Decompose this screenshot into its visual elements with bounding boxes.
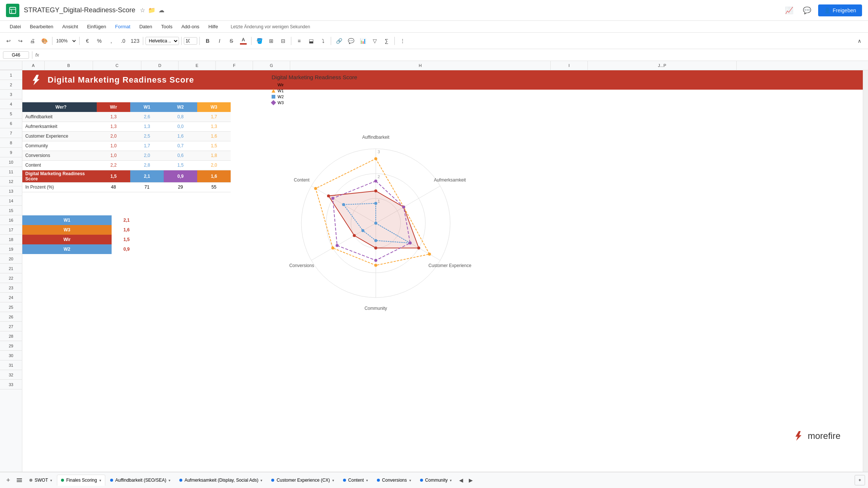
analytics-icon[interactable]: 📈 xyxy=(782,4,796,17)
row-num-32[interactable]: 32 xyxy=(0,370,22,380)
mini-table-row[interactable]: W2 0,9 xyxy=(22,244,141,254)
table-row[interactable]: Auffindbarkeit 1,3 2,6 0,8 1,7 xyxy=(22,112,231,122)
undo-button[interactable]: ↩ xyxy=(3,36,14,46)
row-num-4[interactable]: 4 xyxy=(0,99,22,109)
total-row[interactable]: Digital Marketing Readiness Score 1,5 2,… xyxy=(22,170,231,182)
table-row[interactable]: Customer Experience 2,0 2,5 1,6 1,6 xyxy=(22,131,231,141)
tab-scroll-left[interactable]: ◀ xyxy=(457,476,465,485)
valign-button[interactable]: ⬓ xyxy=(305,36,317,46)
menu-einfuegen[interactable]: Einfügen xyxy=(83,22,110,31)
row-num-16[interactable]: 16 xyxy=(0,215,22,225)
more-button[interactable]: ⋮ xyxy=(397,36,408,46)
redo-button[interactable]: ↪ xyxy=(15,36,26,46)
menu-tools[interactable]: Tools xyxy=(157,22,176,31)
row-num-11[interactable]: 11 xyxy=(0,167,22,177)
col-header-f[interactable]: F xyxy=(216,61,253,70)
row-num-15[interactable]: 15 xyxy=(0,206,22,215)
col-header-h[interactable]: H xyxy=(290,61,551,70)
row-num-10[interactable]: 10 xyxy=(0,157,22,167)
font-select[interactable]: Helvetica ... xyxy=(145,37,179,45)
row-num-1[interactable]: 1 xyxy=(0,70,22,80)
row-num-8[interactable]: 8 xyxy=(0,138,22,148)
row-num-2[interactable]: 2 xyxy=(0,80,22,90)
menu-addons[interactable]: Add-ons xyxy=(177,22,203,31)
col-header-i[interactable]: I xyxy=(551,61,588,70)
col-header-c[interactable]: C xyxy=(93,61,141,70)
bold-button[interactable]: B xyxy=(202,36,213,46)
col-header-g[interactable]: G xyxy=(253,61,290,70)
borders-button[interactable]: ⊞ xyxy=(266,36,277,46)
font-color-button[interactable]: A xyxy=(238,36,249,46)
row-num-31[interactable]: 31 xyxy=(0,360,22,370)
col-header-more[interactable]: J...P xyxy=(588,61,737,70)
tab-auffindbarkeit--seo-sea-[interactable]: Auffindbarkeit (SEO/SEA)▾ xyxy=(106,475,174,486)
row-num-21[interactable]: 21 xyxy=(0,264,22,273)
row-num-6[interactable]: 6 xyxy=(0,119,22,128)
filter-button[interactable]: ▽ xyxy=(369,36,380,46)
link-button[interactable]: 🔗 xyxy=(333,36,345,46)
row-num-13[interactable]: 13 xyxy=(0,186,22,196)
row-num-14[interactable]: 14 xyxy=(0,196,22,206)
collapse-button[interactable]: ∧ xyxy=(854,36,865,46)
print-button[interactable]: 🖨 xyxy=(27,36,38,46)
function-button[interactable]: ∑ xyxy=(381,36,392,46)
mini-table-row[interactable]: W1 2,1 xyxy=(22,215,141,225)
table-row[interactable]: Content 2,2 2,8 1,5 2,0 xyxy=(22,160,231,170)
add-sheet-button[interactable]: + xyxy=(3,475,13,485)
decimal-inc-button[interactable]: 123 xyxy=(129,36,141,46)
italic-button[interactable]: I xyxy=(214,36,225,46)
tab-customer-experience--cx-[interactable]: Customer Experience (CX)▾ xyxy=(267,475,338,486)
row-num-24[interactable]: 24 xyxy=(0,293,22,302)
row-num-29[interactable]: 29 xyxy=(0,341,22,351)
tab-scroll-right[interactable]: ▶ xyxy=(466,476,475,485)
align-left-button[interactable]: ≡ xyxy=(294,36,305,46)
row-num-28[interactable]: 28 xyxy=(0,331,22,341)
row-num-30[interactable]: 30 xyxy=(0,351,22,360)
sheet-list-button[interactable] xyxy=(14,475,25,485)
row-num-27[interactable]: 27 xyxy=(0,322,22,331)
comment-button[interactable]: 💬 xyxy=(345,36,356,46)
formula-input[interactable] xyxy=(42,52,865,58)
mini-table-row[interactable]: W3 1,6 xyxy=(22,225,141,235)
table-row[interactable]: Aufmerksamkeit 1,3 1,3 0,0 1,3 xyxy=(22,122,231,131)
row-num-5[interactable]: 5 xyxy=(0,109,22,119)
row-num-23[interactable]: 23 xyxy=(0,283,22,293)
row-num-3[interactable]: 3 xyxy=(0,90,22,99)
menu-ansicht[interactable]: Ansicht xyxy=(58,22,82,31)
row-num-17[interactable]: 17 xyxy=(0,225,22,235)
font-size-input[interactable] xyxy=(184,37,197,45)
col-header-d[interactable]: D xyxy=(141,61,179,70)
row-num-22[interactable]: 22 xyxy=(0,273,22,283)
table-row[interactable]: Conversions 1,0 2,0 0,6 1,8 xyxy=(22,151,231,160)
menu-daten[interactable]: Daten xyxy=(135,22,156,31)
currency-button[interactable]: € xyxy=(82,36,93,46)
tab-aufmerksamkeit--display--social-ads-[interactable]: Aufmerksamkeit (Display, Social Ads)▾ xyxy=(175,475,267,486)
menu-hilfe[interactable]: Hilfe xyxy=(205,22,222,31)
tab-community[interactable]: Community▾ xyxy=(416,475,456,486)
row-num-7[interactable]: 7 xyxy=(0,128,22,138)
cloud-icon[interactable]: ☁ xyxy=(158,7,164,14)
percent-button[interactable]: % xyxy=(94,36,105,46)
zoom-select[interactable]: 100% xyxy=(55,38,77,44)
tab-finales-scoring[interactable]: Finales Scoring▾ xyxy=(57,475,105,486)
row-num-19[interactable]: 19 xyxy=(0,244,22,254)
row-num-25[interactable]: 25 xyxy=(0,302,22,312)
chart-button[interactable]: 📊 xyxy=(357,36,368,46)
col-header-b[interactable]: B xyxy=(45,61,93,70)
paint-format-button[interactable]: 🎨 xyxy=(39,36,50,46)
share-button[interactable]: 👤 Freigeben xyxy=(818,4,862,16)
tab-content[interactable]: Content▾ xyxy=(339,475,372,486)
menu-datei[interactable]: Datei xyxy=(6,22,25,31)
comma-button[interactable]: , xyxy=(106,36,117,46)
mini-table-row[interactable]: Wir 1,5 xyxy=(22,235,141,244)
menu-bearbeiten[interactable]: Bearbeiten xyxy=(26,22,57,31)
row-num-9[interactable]: 9 xyxy=(0,148,22,157)
col-header-a[interactable]: A xyxy=(22,61,45,70)
row-num-26[interactable]: 26 xyxy=(0,312,22,322)
merge-button[interactable]: ⊟ xyxy=(278,36,289,46)
row-num-18[interactable]: 18 xyxy=(0,235,22,244)
strikethrough-button[interactable]: S xyxy=(226,36,237,46)
fill-color-button[interactable]: 🪣 xyxy=(254,36,265,46)
table-row[interactable]: Community 1,0 1,7 0,7 1,5 xyxy=(22,141,231,151)
comments-icon[interactable]: 💬 xyxy=(800,4,814,17)
